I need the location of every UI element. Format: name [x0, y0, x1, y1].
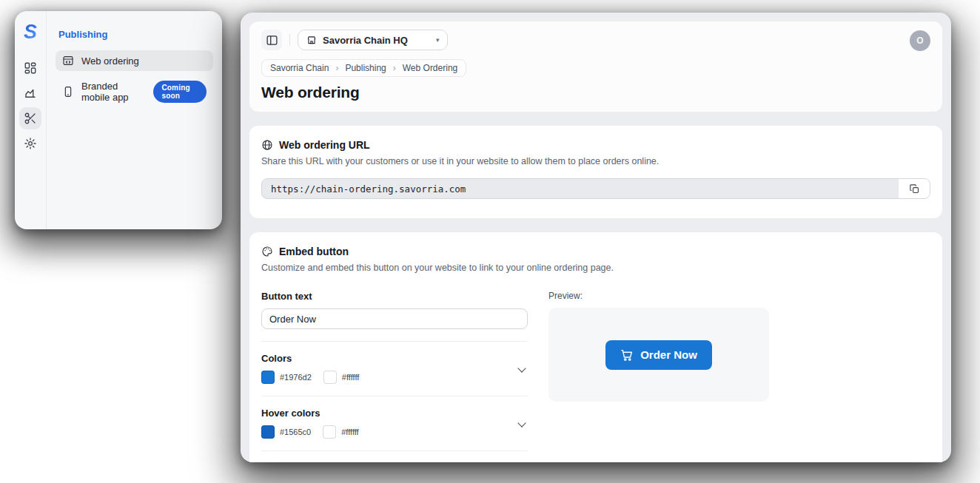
page-header: Savorria Chain HQ ▾ O Savorria Chain › P…	[249, 21, 942, 112]
browser-code-icon	[62, 55, 74, 67]
publishing-panel: Publishing Web ordering Branded mobile a…	[47, 11, 222, 229]
sidebar-item-label: Web ordering	[81, 55, 139, 67]
main-window: Savorria Chain HQ ▾ O Savorria Chain › P…	[241, 13, 951, 462]
org-selector-label: Savorria Chain HQ	[323, 35, 408, 46]
colors-label: Colors	[261, 353, 366, 364]
color-swatch[interactable]	[261, 371, 275, 384]
order-now-preview-button[interactable]: Order Now	[605, 340, 712, 370]
colors-section[interactable]: Colors #1976d2 #ffffff	[261, 341, 528, 384]
color-hex: #ffffff	[341, 428, 358, 436]
chevron-down-icon[interactable]	[517, 364, 526, 372]
appearance-section[interactable]: Appearance 8px radius	[261, 450, 528, 462]
color-swatch[interactable]	[323, 425, 336, 439]
panel-title: Publishing	[58, 29, 213, 40]
store-icon	[306, 35, 317, 45]
divider	[289, 34, 290, 46]
user-avatar[interactable]: O	[910, 30, 930, 51]
sidebar-item-branded-mobile-app[interactable]: Branded mobile app Coming soon	[56, 76, 213, 107]
chevron-down-icon: ▾	[436, 36, 440, 44]
copy-url-button[interactable]	[899, 179, 930, 198]
chevron-down-icon[interactable]	[517, 419, 526, 427]
shopping-cart-icon	[620, 348, 634, 362]
breadcrumb-item[interactable]: Savorria Chain	[270, 63, 329, 73]
embed-button-card: Embed button Customize and embed this bu…	[249, 232, 942, 462]
button-text-input[interactable]	[261, 308, 528, 329]
dashboard-icon[interactable]	[19, 57, 41, 79]
ordering-url-value: https://chain-ordering.savorria.com	[262, 183, 899, 195]
coming-soon-badge: Coming soon	[153, 81, 207, 103]
color-hex: #1976d2	[280, 373, 312, 382]
globe-icon	[261, 139, 273, 151]
palette-icon	[261, 246, 273, 257]
breadcrumb-separator: ›	[335, 63, 338, 73]
breadcrumb-item[interactable]: Web Ordering	[403, 63, 457, 73]
color-hex: #1565c0	[280, 428, 311, 436]
sidebar-item-web-ordering[interactable]: Web ordering	[56, 50, 213, 71]
card-title: Web ordering URL	[279, 139, 370, 151]
color-hex: #ffffff	[342, 373, 359, 382]
sidebar-item-label: Branded mobile app	[81, 81, 146, 103]
sidebar-toggle-button[interactable]	[261, 30, 282, 50]
page-title: Web ordering	[261, 84, 930, 101]
preview-column: Preview: Order Now	[548, 291, 769, 462]
card-title: Embed button	[279, 246, 349, 257]
sidebar-panel: S Publishing	[15, 11, 222, 229]
breadcrumb: Savorria Chain › Publishing › Web Orderi…	[261, 59, 466, 77]
color-swatch[interactable]	[323, 371, 337, 384]
breadcrumb-item[interactable]: Publishing	[345, 63, 386, 73]
org-selector-dropdown[interactable]: Savorria Chain HQ ▾	[298, 30, 448, 50]
analytics-icon[interactable]	[19, 82, 41, 104]
card-description: Customize and embed this button on your …	[261, 263, 930, 273]
ordering-url-field[interactable]: https://chain-ordering.savorria.com	[261, 178, 930, 199]
button-text-label: Button text	[261, 291, 528, 302]
preview-label: Preview:	[548, 291, 769, 301]
embed-settings-column: Button text Colors #1976d2 #ffffff	[261, 291, 528, 462]
top-bar: Savorria Chain HQ ▾ O	[261, 30, 930, 50]
settings-gear-icon[interactable]	[19, 132, 41, 155]
color-swatch[interactable]	[261, 425, 275, 439]
card-description: Share this URL with your customers or us…	[261, 156, 930, 166]
preview-button-label: Order Now	[640, 348, 697, 361]
preview-area: Order Now	[548, 308, 769, 402]
icon-rail: S	[15, 11, 47, 229]
hover-colors-section[interactable]: Hover colors #1565c0 #ffffff	[261, 396, 528, 439]
hover-colors-label: Hover colors	[261, 408, 366, 419]
smartphone-icon	[62, 86, 74, 98]
savorria-logo: S	[24, 23, 37, 41]
customization-scissors-icon[interactable]	[19, 107, 41, 129]
web-ordering-url-card: Web ordering URL Share this URL with you…	[249, 126, 942, 218]
breadcrumb-separator: ›	[393, 63, 396, 73]
